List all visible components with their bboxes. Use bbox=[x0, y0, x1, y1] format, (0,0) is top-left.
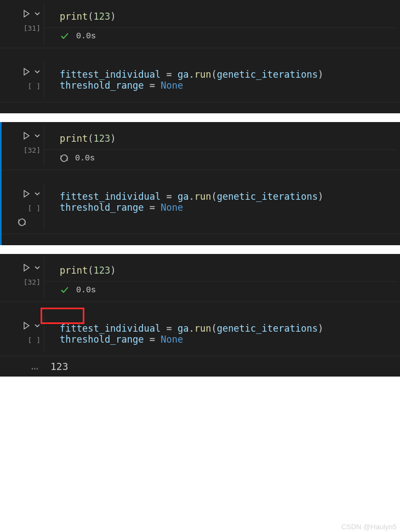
output-row: … 123 bbox=[0, 356, 400, 377]
code-cell[interactable]: print(123) bbox=[44, 3, 397, 27]
exec-time: 0.0s bbox=[75, 154, 95, 163]
exec-time: 0.0s bbox=[76, 286, 96, 295]
code-line[interactable]: threshold_range = None bbox=[60, 80, 390, 91]
code-line[interactable]: print(123) bbox=[60, 265, 390, 276]
exec-time: 0.0s bbox=[76, 32, 96, 41]
chevron-down-icon[interactable] bbox=[34, 322, 41, 329]
code-line[interactable]: threshold_range = None bbox=[60, 334, 390, 345]
cell-gutter: [32] bbox=[0, 254, 44, 302]
code-line[interactable]: threshold_range = None bbox=[60, 202, 390, 213]
more-icon[interactable]: … bbox=[31, 360, 39, 373]
active-cell-indicator bbox=[0, 122, 2, 245]
code-line[interactable]: fittest_individual = ga.run(genetic_iter… bbox=[60, 191, 390, 202]
play-icon[interactable] bbox=[22, 321, 31, 330]
chevron-down-icon[interactable] bbox=[34, 132, 41, 139]
code-line[interactable]: fittest_individual = ga.run(genetic_iter… bbox=[60, 69, 390, 80]
code-line[interactable]: fittest_individual = ga.run(genetic_iter… bbox=[60, 323, 390, 334]
cell-gutter: [ ] bbox=[0, 180, 44, 234]
check-icon bbox=[60, 285, 70, 295]
play-icon[interactable] bbox=[22, 67, 31, 76]
code-cell[interactable]: fittest_individual = ga.run(genetic_iter… bbox=[44, 315, 397, 352]
chevron-down-icon[interactable] bbox=[34, 190, 41, 197]
code-line[interactable]: print(123) bbox=[60, 11, 390, 22]
status-row: 0.0s bbox=[44, 27, 397, 44]
exec-count: [ ] bbox=[28, 336, 41, 344]
play-icon[interactable] bbox=[22, 263, 31, 272]
code-cell[interactable]: fittest_individual = ga.run(genetic_iter… bbox=[44, 61, 397, 99]
code-cell[interactable]: print(123) bbox=[44, 125, 397, 149]
exec-count: [ ] bbox=[28, 204, 41, 212]
cell-gutter: [31] bbox=[0, 0, 44, 48]
cell-gutter: [32] bbox=[0, 122, 44, 170]
check-icon bbox=[60, 31, 70, 41]
play-icon[interactable] bbox=[22, 131, 31, 140]
cell-gutter: [ ] bbox=[0, 58, 44, 102]
code-cell[interactable]: fittest_individual = ga.run(genetic_iter… bbox=[44, 183, 397, 230]
chevron-down-icon[interactable] bbox=[34, 264, 41, 271]
notebook-panel: [32] print(123) 0.0s [ ] fittest_individ… bbox=[0, 122, 400, 245]
spin-icon bbox=[60, 154, 68, 163]
notebook-panel: [32] print(123) 0.0s [ ] fittest_individ… bbox=[0, 254, 400, 377]
status-row: 0.0s bbox=[44, 281, 397, 298]
notebook-panel: [31] print(123) 0.0s [ ] fittest_individ… bbox=[0, 0, 400, 113]
code-cell[interactable]: print(123) bbox=[44, 257, 397, 281]
exec-count: [32] bbox=[24, 278, 41, 286]
chevron-down-icon[interactable] bbox=[34, 68, 41, 75]
cell-gutter: [ ] bbox=[0, 312, 44, 356]
play-icon[interactable] bbox=[22, 189, 31, 198]
chevron-down-icon[interactable] bbox=[34, 10, 41, 17]
output-text: 123 bbox=[44, 356, 400, 377]
status-row: 0.0s bbox=[44, 149, 397, 166]
spin-icon bbox=[18, 218, 26, 227]
exec-count: [ ] bbox=[28, 82, 41, 90]
code-line[interactable]: print(123) bbox=[60, 133, 390, 144]
exec-count: [31] bbox=[24, 24, 41, 32]
play-icon[interactable] bbox=[22, 9, 31, 18]
exec-count: [32] bbox=[24, 146, 41, 154]
